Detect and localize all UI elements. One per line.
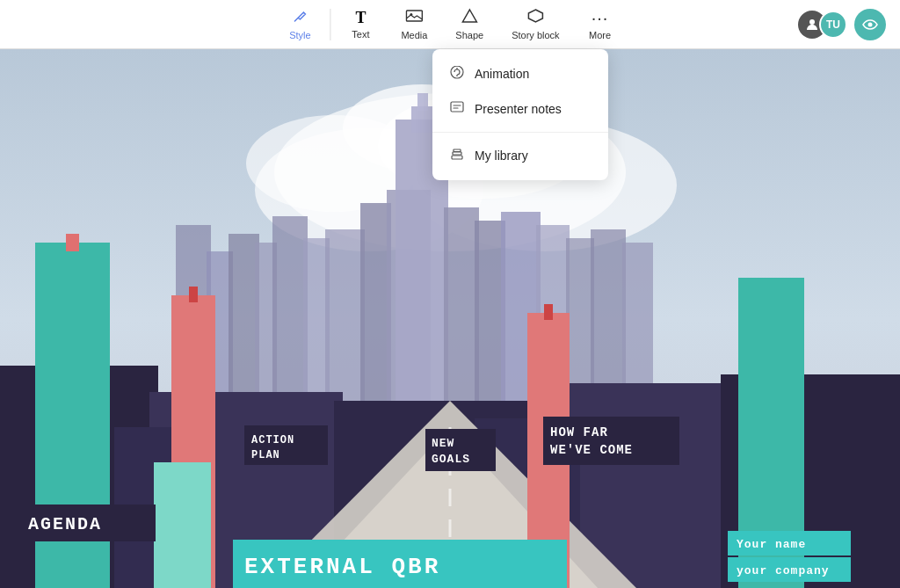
svg-text:PLAN: PLAN xyxy=(251,449,280,461)
svg-marker-2 xyxy=(528,10,542,22)
dropdown-presenter-notes[interactable]: Presenter notes xyxy=(432,91,608,127)
svg-point-3 xyxy=(809,19,815,25)
svg-rect-8 xyxy=(454,149,461,152)
my-library-icon xyxy=(450,147,464,164)
svg-rect-30 xyxy=(475,221,505,418)
svg-rect-47 xyxy=(66,234,79,251)
dropdown-my-library[interactable]: My library xyxy=(432,138,608,173)
toolbar-center: Style T Text Media xyxy=(273,3,626,46)
svg-rect-63 xyxy=(543,417,679,465)
svg-text:your company: your company xyxy=(737,564,830,577)
svg-rect-23 xyxy=(325,229,365,418)
svg-rect-19 xyxy=(229,234,259,418)
svg-text:HOW FAR: HOW FAR xyxy=(550,425,608,439)
presenter-notes-label: Presenter notes xyxy=(475,102,562,116)
dropdown-menu: Animation Presenter notes My library xyxy=(432,49,608,180)
toolbar-item-text[interactable]: T Text xyxy=(334,4,387,45)
toolbar-item-shape[interactable]: Shape xyxy=(441,3,497,46)
svg-text:ACTION: ACTION xyxy=(251,434,294,446)
text-label: Text xyxy=(352,29,369,40)
avatar-group[interactable]: TU xyxy=(798,11,847,39)
svg-rect-52 xyxy=(544,304,553,320)
svg-text:Your name: Your name xyxy=(737,538,806,551)
svg-text:NEW: NEW xyxy=(432,437,454,450)
story-block-label: Story block xyxy=(512,30,559,40)
more-icon: ··· xyxy=(592,9,609,26)
svg-rect-49 xyxy=(189,287,198,302)
more-label: More xyxy=(589,30,611,40)
media-label: Media xyxy=(401,30,427,40)
toolbar: Style T Text Media xyxy=(0,0,900,49)
svg-rect-6 xyxy=(452,156,462,159)
media-icon xyxy=(405,8,423,26)
svg-point-4 xyxy=(868,22,873,26)
my-library-label: My library xyxy=(475,149,528,163)
svg-rect-50 xyxy=(154,462,211,588)
shape-icon xyxy=(461,8,478,26)
animation-icon xyxy=(450,65,464,83)
dropdown-animation[interactable]: Animation xyxy=(432,56,608,91)
svg-rect-28 xyxy=(417,93,428,111)
toolbar-item-media[interactable]: Media xyxy=(387,3,441,46)
svg-text:AGENDA: AGENDA xyxy=(28,514,102,534)
svg-rect-0 xyxy=(406,11,422,21)
story-block-icon xyxy=(526,8,544,26)
svg-rect-7 xyxy=(453,152,461,155)
svg-text:GOALS: GOALS xyxy=(432,453,470,466)
svg-text:EXTERNAL  QBR: EXTERNAL QBR xyxy=(244,554,440,580)
presenter-notes-icon xyxy=(450,100,464,118)
toolbar-divider-1 xyxy=(330,9,330,40)
svg-rect-29 xyxy=(444,207,479,418)
preview-button[interactable] xyxy=(854,9,886,40)
style-icon xyxy=(292,8,308,26)
toolbar-item-story-block[interactable]: Story block xyxy=(497,3,573,46)
svg-rect-5 xyxy=(451,102,463,112)
svg-rect-21 xyxy=(272,216,308,418)
avatar[interactable]: TU xyxy=(819,11,847,39)
text-icon: T xyxy=(355,10,366,25)
toolbar-right: TU xyxy=(798,9,886,40)
toolbar-item-style[interactable]: Style xyxy=(273,3,326,46)
style-label: Style xyxy=(289,30,310,40)
shape-label: Shape xyxy=(455,30,483,40)
dropdown-divider xyxy=(432,132,608,133)
toolbar-item-more[interactable]: ··· More xyxy=(574,4,627,46)
svg-text:WE'VE COME: WE'VE COME xyxy=(550,443,633,457)
animation-label: Animation xyxy=(475,67,529,81)
svg-rect-24 xyxy=(360,203,391,418)
